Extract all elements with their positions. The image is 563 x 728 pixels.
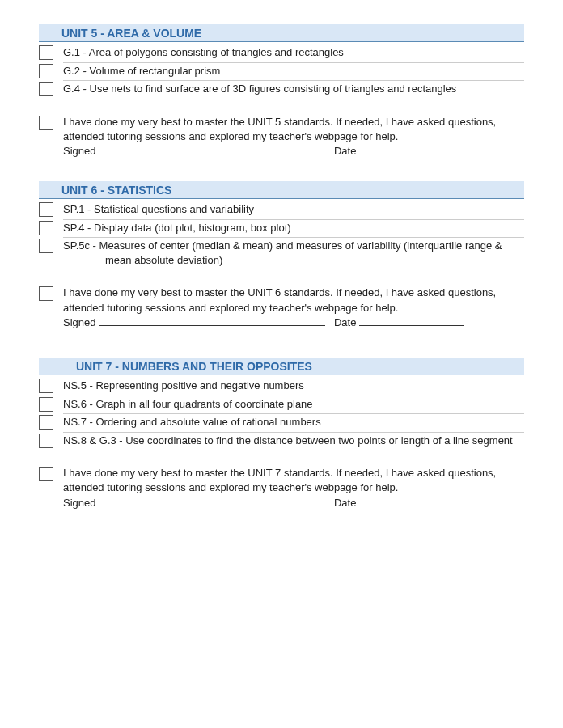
standard-text: G.2 - Volume of rectangular prism	[63, 63, 524, 82]
signature-line[interactable]	[99, 315, 325, 325]
standard-text: NS.5 - Representing positive and negativ…	[63, 378, 524, 396]
signature-line[interactable]	[99, 496, 325, 506]
standard-row: SP.5c - Measures of center (median & mea…	[39, 238, 524, 269]
standard-row: SP.1 - Statistical questions and variabi…	[39, 201, 524, 220]
unit-title: UNIT 6 - STATISTICS	[61, 184, 171, 197]
date-line[interactable]	[359, 145, 464, 154]
pledge-row: I have done my very best to master the U…	[39, 466, 524, 510]
standard-text: NS.8 & G.3 - Use coordinates to find the…	[63, 433, 524, 451]
standard-row: NS.5 - Representing positive and negativ…	[39, 378, 524, 396]
unit-title: UNIT 5 - AREA & VOLUME	[61, 27, 201, 40]
checkbox[interactable]	[39, 397, 53, 412]
checkbox[interactable]	[39, 45, 53, 60]
standard-row: NS.8 & G.3 - Use coordinates to find the…	[39, 433, 524, 451]
unit-header: UNIT 7 - NUMBERS AND THEIR OPPOSITES	[39, 358, 524, 375]
unit-header: UNIT 6 - STATISTICS	[39, 181, 524, 199]
checkbox[interactable]	[39, 239, 53, 253]
checkbox[interactable]	[39, 467, 53, 481]
checkbox[interactable]	[39, 116, 53, 130]
checkbox[interactable]	[39, 286, 53, 301]
unit-block: UNIT 5 - AREA & VOLUME G.1 - Area of pol…	[39, 24, 524, 159]
unit-block: UNIT 6 - STATISTICS SP.1 - Statistical q…	[39, 181, 524, 330]
unit-header: UNIT 5 - AREA & VOLUME	[39, 24, 524, 42]
standard-text: NS.7 - Ordering and absolute value of ra…	[63, 414, 524, 433]
standard-text: NS.6 - Graph in all four quadrants of co…	[63, 396, 524, 415]
standard-text: G.4 - Use nets to find surface are of 3D…	[63, 81, 524, 99]
pledge-row: I have done my very best to master the U…	[39, 286, 524, 330]
pledge-text: I have done my very best to master the U…	[63, 286, 524, 330]
unit-block: UNIT 7 - NUMBERS AND THEIR OPPOSITES NS.…	[39, 358, 524, 510]
standard-row: G.4 - Use nets to find surface are of 3D…	[39, 81, 524, 99]
date-line[interactable]	[359, 315, 464, 325]
signed-label: Signed	[63, 316, 95, 328]
signed-label: Signed	[63, 497, 95, 509]
checkbox[interactable]	[39, 415, 53, 430]
checkbox[interactable]	[39, 202, 53, 217]
signature-line[interactable]	[99, 145, 325, 154]
checkbox[interactable]	[39, 82, 53, 96]
signed-label: Signed	[63, 145, 95, 157]
checkbox[interactable]	[39, 64, 53, 78]
standard-text: SP.4 - Display data (dot plot, histogram…	[63, 220, 524, 239]
unit-title: UNIT 7 - NUMBERS AND THEIR OPPOSITES	[76, 360, 312, 373]
standard-row: SP.4 - Display data (dot plot, histogram…	[39, 220, 524, 239]
checkbox[interactable]	[39, 379, 53, 393]
pledge-text: I have done my very best to master the U…	[63, 115, 524, 159]
date-line[interactable]	[359, 496, 464, 506]
date-label: Date	[334, 145, 356, 157]
pledge-row: I have done my very best to master the U…	[39, 115, 524, 159]
date-label: Date	[334, 316, 356, 328]
standard-row: G.1 - Area of polygons consisting of tri…	[39, 44, 524, 63]
date-label: Date	[334, 497, 356, 509]
standard-text: SP.5c - Measures of center (median & mea…	[63, 238, 524, 269]
standard-text: G.1 - Area of polygons consisting of tri…	[63, 44, 524, 63]
standard-text: SP.1 - Statistical questions and variabi…	[63, 201, 524, 220]
checkbox[interactable]	[39, 221, 53, 235]
standard-row: NS.6 - Graph in all four quadrants of co…	[39, 396, 524, 415]
standard-row: G.2 - Volume of rectangular prism	[39, 63, 524, 82]
pledge-body: I have done my very best to master the U…	[63, 467, 496, 493]
pledge-body: I have done my very best to master the U…	[63, 286, 496, 313]
standard-row: NS.7 - Ordering and absolute value of ra…	[39, 414, 524, 433]
pledge-text: I have done my very best to master the U…	[63, 466, 524, 510]
pledge-body: I have done my very best to master the U…	[63, 116, 496, 142]
checkbox[interactable]	[39, 434, 53, 448]
